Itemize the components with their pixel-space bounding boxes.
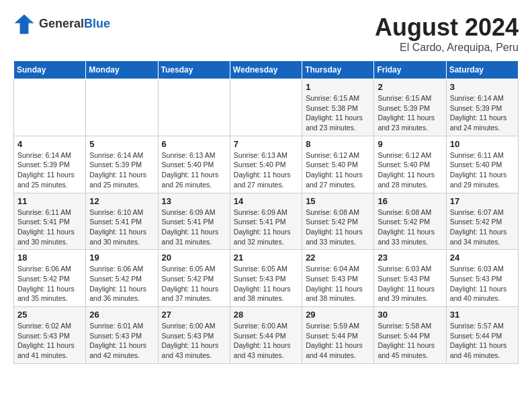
- calendar-cell: 15Sunrise: 6:08 AM Sunset: 5:42 PM Dayli…: [302, 193, 374, 250]
- day-number: 7: [234, 139, 298, 149]
- calendar-cell: 31Sunrise: 5:57 AM Sunset: 5:44 PM Dayli…: [446, 307, 518, 364]
- calendar-cell: 12Sunrise: 6:10 AM Sunset: 5:41 PM Dayli…: [86, 193, 158, 250]
- day-number: 25: [17, 310, 82, 320]
- calendar-cell: 29Sunrise: 5:59 AM Sunset: 5:44 PM Dayli…: [302, 307, 374, 364]
- cell-content: Sunrise: 6:03 AM Sunset: 5:43 PM Dayligh…: [450, 264, 515, 304]
- day-number: 9: [378, 139, 442, 149]
- cell-content: Sunrise: 6:14 AM Sunset: 5:39 PM Dayligh…: [17, 150, 82, 190]
- cell-content: Sunrise: 6:12 AM Sunset: 5:40 PM Dayligh…: [306, 150, 370, 190]
- cell-content: Sunrise: 6:08 AM Sunset: 5:42 PM Dayligh…: [306, 208, 370, 247]
- day-number: 5: [89, 139, 154, 149]
- day-header-monday: Monday: [86, 61, 158, 79]
- day-header-thursday: Thursday: [302, 61, 374, 79]
- cell-content: Sunrise: 6:06 AM Sunset: 5:42 PM Dayligh…: [89, 264, 154, 304]
- calendar-cell: 19Sunrise: 6:06 AM Sunset: 5:42 PM Dayli…: [86, 250, 158, 307]
- day-header-tuesday: Tuesday: [158, 61, 230, 79]
- day-number: 27: [162, 310, 226, 320]
- day-header-saturday: Saturday: [446, 61, 518, 79]
- cell-content: Sunrise: 6:08 AM Sunset: 5:42 PM Dayligh…: [378, 208, 442, 247]
- calendar-cell: 9Sunrise: 6:12 AM Sunset: 5:40 PM Daylig…: [374, 136, 446, 193]
- cell-content: Sunrise: 6:11 AM Sunset: 5:40 PM Dayligh…: [450, 150, 515, 190]
- cell-content: Sunrise: 6:05 AM Sunset: 5:42 PM Dayligh…: [162, 264, 226, 304]
- calendar-cell: 14Sunrise: 6:09 AM Sunset: 5:41 PM Dayli…: [230, 193, 302, 250]
- logo: GeneralBlue: [13, 13, 110, 35]
- calendar-cell: 1Sunrise: 6:15 AM Sunset: 5:38 PM Daylig…: [302, 79, 374, 136]
- cell-content: Sunrise: 5:59 AM Sunset: 5:44 PM Dayligh…: [306, 321, 370, 361]
- calendar-cell: 8Sunrise: 6:12 AM Sunset: 5:40 PM Daylig…: [302, 136, 374, 193]
- calendar-cell: 7Sunrise: 6:13 AM Sunset: 5:40 PM Daylig…: [230, 136, 302, 193]
- cell-content: Sunrise: 6:10 AM Sunset: 5:41 PM Dayligh…: [89, 208, 154, 247]
- calendar-cell: 26Sunrise: 6:01 AM Sunset: 5:43 PM Dayli…: [86, 307, 158, 364]
- calendar-cell: 28Sunrise: 6:00 AM Sunset: 5:44 PM Dayli…: [230, 307, 302, 364]
- calendar-cell: [230, 79, 302, 136]
- cell-content: Sunrise: 6:04 AM Sunset: 5:43 PM Dayligh…: [306, 264, 370, 304]
- day-number: 4: [17, 139, 82, 149]
- calendar-cell: 27Sunrise: 6:00 AM Sunset: 5:43 PM Dayli…: [158, 307, 230, 364]
- page-header: GeneralBlue August 2024 El Cardo, Arequi…: [13, 13, 519, 54]
- day-header-friday: Friday: [374, 61, 446, 79]
- calendar-cell: 2Sunrise: 6:15 AM Sunset: 5:39 PM Daylig…: [374, 79, 446, 136]
- calendar-cell: 25Sunrise: 6:02 AM Sunset: 5:43 PM Dayli…: [14, 307, 86, 364]
- cell-content: Sunrise: 6:09 AM Sunset: 5:41 PM Dayligh…: [234, 208, 298, 247]
- cell-content: Sunrise: 6:11 AM Sunset: 5:41 PM Dayligh…: [17, 208, 82, 247]
- day-number: 10: [450, 139, 515, 149]
- logo-text: GeneralBlue: [39, 17, 110, 31]
- day-number: 16: [378, 196, 442, 206]
- day-number: 12: [89, 196, 154, 206]
- cell-content: Sunrise: 6:14 AM Sunset: 5:39 PM Dayligh…: [450, 93, 515, 133]
- day-number: 28: [234, 310, 298, 320]
- calendar-cell: 13Sunrise: 6:09 AM Sunset: 5:41 PM Dayli…: [158, 193, 230, 250]
- calendar-table: SundayMondayTuesdayWednesdayThursdayFrid…: [13, 60, 519, 364]
- calendar-cell: [14, 79, 86, 136]
- logo-icon: [13, 13, 35, 35]
- cell-content: Sunrise: 6:00 AM Sunset: 5:44 PM Dayligh…: [234, 321, 298, 361]
- cell-content: Sunrise: 6:15 AM Sunset: 5:38 PM Dayligh…: [306, 93, 370, 133]
- day-number: 26: [89, 310, 154, 320]
- cell-content: Sunrise: 6:02 AM Sunset: 5:43 PM Dayligh…: [17, 321, 82, 361]
- calendar-cell: 5Sunrise: 6:14 AM Sunset: 5:39 PM Daylig…: [86, 136, 158, 193]
- calendar-cell: 6Sunrise: 6:13 AM Sunset: 5:40 PM Daylig…: [158, 136, 230, 193]
- cell-content: Sunrise: 6:14 AM Sunset: 5:39 PM Dayligh…: [89, 150, 154, 190]
- calendar-cell: 24Sunrise: 6:03 AM Sunset: 5:43 PM Dayli…: [446, 250, 518, 307]
- calendar-cell: 22Sunrise: 6:04 AM Sunset: 5:43 PM Dayli…: [302, 250, 374, 307]
- svg-marker-0: [15, 15, 34, 34]
- cell-content: Sunrise: 6:07 AM Sunset: 5:42 PM Dayligh…: [450, 208, 515, 247]
- calendar-cell: 10Sunrise: 6:11 AM Sunset: 5:40 PM Dayli…: [446, 136, 518, 193]
- day-number: 2: [378, 82, 442, 92]
- cell-content: Sunrise: 6:01 AM Sunset: 5:43 PM Dayligh…: [89, 321, 154, 361]
- calendar-cell: 23Sunrise: 6:03 AM Sunset: 5:43 PM Dayli…: [374, 250, 446, 307]
- day-number: 31: [450, 310, 515, 320]
- cell-content: Sunrise: 6:13 AM Sunset: 5:40 PM Dayligh…: [234, 150, 298, 190]
- cell-content: Sunrise: 6:09 AM Sunset: 5:41 PM Dayligh…: [162, 208, 226, 247]
- cell-content: Sunrise: 6:15 AM Sunset: 5:39 PM Dayligh…: [378, 93, 442, 133]
- calendar-cell: 11Sunrise: 6:11 AM Sunset: 5:41 PM Dayli…: [14, 193, 86, 250]
- day-number: 17: [450, 196, 515, 206]
- cell-content: Sunrise: 6:13 AM Sunset: 5:40 PM Dayligh…: [162, 150, 226, 190]
- day-number: 19: [89, 253, 154, 263]
- title-block: August 2024 El Cardo, Arequipa, Peru: [375, 13, 519, 54]
- calendar-cell: 20Sunrise: 6:05 AM Sunset: 5:42 PM Dayli…: [158, 250, 230, 307]
- day-number: 6: [162, 139, 226, 149]
- day-number: 20: [162, 253, 226, 263]
- day-number: 29: [306, 310, 370, 320]
- day-number: 18: [17, 253, 82, 263]
- day-number: 22: [306, 253, 370, 263]
- cell-content: Sunrise: 5:57 AM Sunset: 5:44 PM Dayligh…: [450, 321, 515, 361]
- calendar-cell: [158, 79, 230, 136]
- page-title: August 2024: [375, 13, 519, 42]
- day-number: 14: [234, 196, 298, 206]
- day-number: 3: [450, 82, 515, 92]
- page-subtitle: El Cardo, Arequipa, Peru: [375, 42, 519, 54]
- day-number: 23: [378, 253, 442, 263]
- calendar-cell: 18Sunrise: 6:06 AM Sunset: 5:42 PM Dayli…: [14, 250, 86, 307]
- calendar-cell: [86, 79, 158, 136]
- day-number: 13: [162, 196, 226, 206]
- day-header-sunday: Sunday: [14, 61, 86, 79]
- day-number: 8: [306, 139, 370, 149]
- cell-content: Sunrise: 6:03 AM Sunset: 5:43 PM Dayligh…: [378, 264, 442, 304]
- calendar-cell: 3Sunrise: 6:14 AM Sunset: 5:39 PM Daylig…: [446, 79, 518, 136]
- day-number: 1: [306, 82, 370, 92]
- calendar-cell: 16Sunrise: 6:08 AM Sunset: 5:42 PM Dayli…: [374, 193, 446, 250]
- calendar-cell: 21Sunrise: 6:05 AM Sunset: 5:43 PM Dayli…: [230, 250, 302, 307]
- cell-content: Sunrise: 6:12 AM Sunset: 5:40 PM Dayligh…: [378, 150, 442, 190]
